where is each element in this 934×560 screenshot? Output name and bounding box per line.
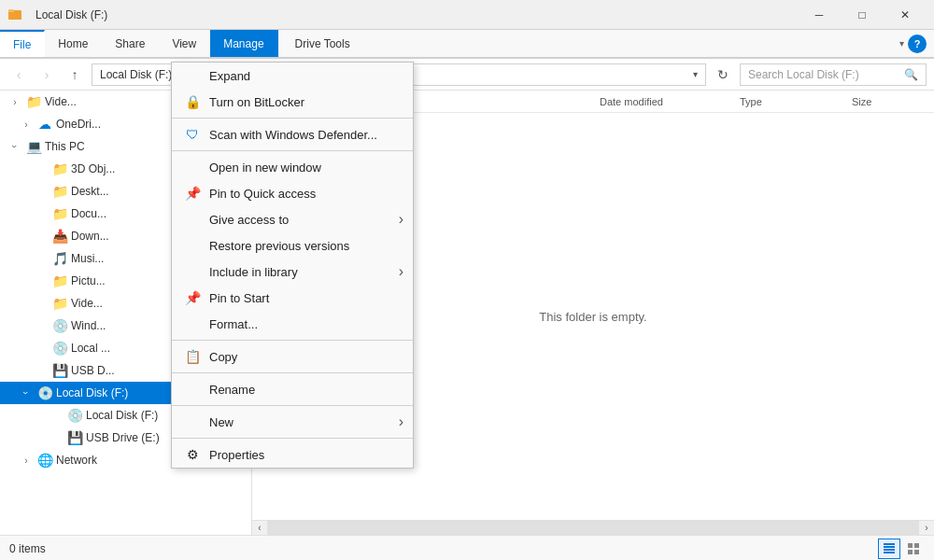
refresh-button[interactable]: ↻: [712, 63, 734, 86]
forward-button[interactable]: ›: [35, 63, 58, 86]
folder-icon-desktop: 📁: [52, 184, 67, 199]
context-menu: Expand 🔒 Turn on BitLocker 🛡 Scan with W…: [171, 62, 414, 469]
maximize-button[interactable]: □: [841, 0, 884, 30]
tab-drive-tools[interactable]: Drive Tools: [282, 30, 364, 57]
search-box[interactable]: Search Local Disk (F:) 🔍: [740, 63, 927, 86]
restore-icon: [183, 236, 202, 255]
ctx-new[interactable]: New: [172, 409, 413, 435]
up-button[interactable]: ↑: [64, 63, 86, 86]
expand-arrow-network: ›: [19, 453, 34, 468]
ctx-bitlocker[interactable]: 🔒 Turn on BitLocker: [172, 89, 413, 115]
title-bar-left: Local Disk (F:): [7, 7, 107, 22]
ctx-give-access[interactable]: Give access to: [172, 206, 413, 232]
svg-rect-2: [8, 9, 14, 12]
ctx-restore[interactable]: Restore previous versions: [172, 232, 413, 259]
folder-icon-3d: 📁: [52, 161, 67, 176]
col-header-size: Size: [852, 96, 927, 107]
help-button[interactable]: ?: [908, 35, 927, 53]
usb-drive-icon: 💾: [67, 430, 82, 445]
svg-rect-5: [884, 549, 895, 551]
include-lib-icon: [183, 262, 202, 281]
thispc-icon: 💻: [26, 139, 41, 154]
tab-view[interactable]: View: [159, 30, 210, 57]
title-bar: Local Disk (F:) ─ □ ✕: [0, 0, 934, 30]
svg-rect-3: [884, 543, 895, 545]
scroll-left-button[interactable]: ‹: [252, 521, 267, 536]
ctx-open-new[interactable]: Open in new window: [172, 154, 413, 180]
ctx-defender[interactable]: 🛡 Scan with Windows Defender...: [172, 121, 413, 147]
ctx-bitlocker-label: Turn on BitLocker: [209, 95, 304, 109]
tab-file[interactable]: File: [0, 30, 45, 57]
view-buttons: [878, 539, 925, 559]
onedrive-icon: ☁: [37, 117, 52, 132]
ctx-pin-start[interactable]: 📌 Pin to Start: [172, 285, 413, 311]
network-icon: 🌐: [37, 453, 52, 468]
address-text: Local Disk (F:): [100, 68, 172, 81]
back-button[interactable]: ‹: [7, 63, 30, 86]
ctx-copy-label: Copy: [209, 350, 237, 364]
expand-arrow-onedrive: ›: [19, 117, 34, 132]
scroll-track[interactable]: [267, 521, 919, 536]
ribbon-tabs: File Home Share View Manage Drive Tools …: [0, 30, 934, 58]
ctx-sep-6: [172, 438, 413, 439]
expand-arrow-video: ›: [7, 94, 22, 109]
svg-rect-10: [914, 550, 919, 554]
folder-icon-downloads: 📥: [52, 229, 67, 244]
tab-home[interactable]: Home: [45, 30, 102, 57]
ctx-properties-label: Properties: [209, 448, 264, 462]
ctx-rename-label: Rename: [209, 383, 255, 397]
ctx-new-label: New: [209, 415, 234, 429]
title-bar-icon: [7, 7, 22, 22]
horizontal-scrollbar[interactable]: ‹ ›: [252, 520, 934, 535]
format-icon: [183, 315, 202, 333]
svg-rect-7: [908, 543, 913, 548]
ctx-expand[interactable]: Expand: [172, 63, 413, 89]
title-bar-controls: ─ □ ✕: [798, 0, 927, 30]
scroll-right-button[interactable]: ›: [919, 521, 934, 536]
ctx-include-lib[interactable]: Include in library: [172, 259, 413, 285]
ctx-pin-start-label: Pin to Start: [209, 291, 269, 305]
list-view-button[interactable]: [878, 539, 900, 559]
ctx-format[interactable]: Format...: [172, 311, 413, 337]
col-header-type: Type: [740, 96, 852, 107]
ctx-sep-2: [172, 150, 413, 151]
expand-icon: [183, 66, 202, 85]
expand-arrow-local-f: ›: [19, 385, 34, 400]
ctx-sep-4: [172, 372, 413, 373]
detail-view-button[interactable]: [902, 539, 925, 559]
close-button[interactable]: ✕: [884, 0, 927, 30]
drive-icon-windows: 💿: [52, 318, 67, 333]
folder-icon-pictures: 📁: [52, 273, 67, 288]
chevron-down-icon: ▾: [899, 38, 904, 49]
ctx-open-new-label: Open in new window: [209, 161, 321, 175]
ctx-copy[interactable]: 📋 Copy: [172, 343, 413, 370]
address-bar: ‹ › ↑ Local Disk (F:) ▾ ↻ Search Local D…: [0, 59, 934, 91]
ctx-pin-quick[interactable]: 📌 Pin to Quick access: [172, 180, 413, 206]
tab-share[interactable]: Share: [102, 30, 159, 57]
ctx-pin-quick-label: Pin to Quick access: [209, 187, 316, 201]
drive-icon-local-c: 💿: [52, 341, 67, 356]
ctx-properties[interactable]: ⚙ Properties: [172, 441, 413, 468]
ctx-sep-3: [172, 340, 413, 341]
minimize-button[interactable]: ─: [798, 0, 841, 30]
ctx-rename[interactable]: Rename: [172, 376, 413, 402]
tab-manage[interactable]: Manage: [210, 30, 277, 57]
defender-icon: 🛡: [183, 125, 202, 144]
empty-message: This folder is empty.: [539, 310, 646, 324]
svg-rect-9: [908, 550, 913, 554]
folder-icon-video: 📁: [26, 94, 41, 109]
main-area: › 📁 Vide... › ☁ OneDri... › 💻 This PC › …: [0, 91, 934, 535]
ctx-sep-1: [172, 118, 413, 119]
drive-icon-local-f: 💿: [37, 385, 52, 400]
ctx-sep-5: [172, 405, 413, 406]
ribbon-help: ▾ ?: [899, 35, 934, 53]
search-placeholder: Search Local Disk (F:): [748, 68, 859, 81]
col-header-date: Date modified: [600, 96, 740, 107]
status-bar: 0 items: [0, 535, 934, 560]
folder-icon-documents: 📁: [52, 206, 67, 221]
address-chevron-icon: ▾: [693, 69, 698, 79]
properties-icon: ⚙: [183, 445, 202, 464]
svg-rect-8: [914, 543, 919, 548]
svg-rect-4: [884, 546, 895, 548]
pin-start-icon: 📌: [183, 288, 202, 307]
